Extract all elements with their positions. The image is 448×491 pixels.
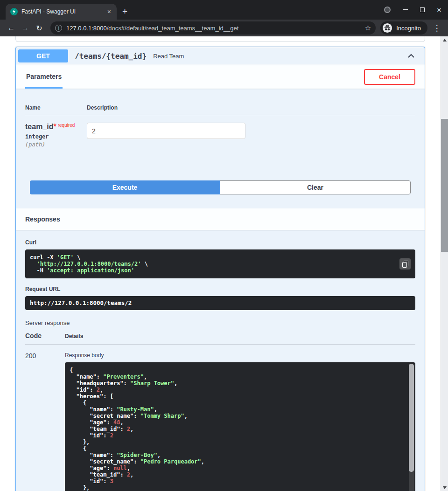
- url-bar[interactable]: i 127.0.0.1:8000/docs#/default/read_team…: [50, 21, 376, 35]
- url-path: /docs#/default/read_team_teams__team_id_…: [107, 25, 239, 32]
- description-column-header: Description: [87, 104, 415, 111]
- response-body-label: Response body: [65, 352, 415, 359]
- status-code: 200: [25, 352, 65, 491]
- response-body-scrollbar[interactable]: [409, 364, 414, 491]
- execute-button[interactable]: Execute: [30, 180, 220, 194]
- forward-button[interactable]: →: [19, 24, 32, 32]
- endpoint-summary: Read Team: [153, 53, 184, 60]
- scroll-up-button[interactable]: [441, 36, 448, 43]
- response-row: 200 Response body { "name": "Preventers"…: [25, 345, 415, 491]
- tab-parameters[interactable]: Parameters: [25, 65, 63, 89]
- curl-label: Curl: [25, 239, 415, 246]
- name-column-header: Name: [25, 104, 87, 111]
- server-response-label: Server response: [25, 319, 415, 326]
- required-label: required: [58, 123, 75, 128]
- parameters-body: Name Description team_id*required intege…: [16, 89, 425, 208]
- copy-to-clipboard-button[interactable]: [399, 258, 411, 270]
- parameters-section-header: Parameters Cancel: [16, 65, 425, 89]
- url-text: 127.0.0.1:8000/docs#/default/read_team_t…: [66, 25, 361, 32]
- team-id-input[interactable]: [87, 123, 245, 139]
- browser-toolbar: ← → ↻ i 127.0.0.1:8000/docs#/default/rea…: [0, 20, 448, 36]
- new-tab-button[interactable]: +: [122, 7, 127, 16]
- collapse-chevron-icon[interactable]: [406, 51, 416, 61]
- page-scrollbar[interactable]: [441, 36, 448, 491]
- site-info-icon[interactable]: i: [55, 25, 62, 32]
- parameters-table-header: Name Description: [25, 98, 415, 115]
- clear-button[interactable]: Clear: [220, 180, 411, 194]
- method-badge: GET: [18, 49, 68, 62]
- endpoint-path: /teams/{team_id}: [75, 52, 147, 61]
- incognito-icon: [382, 23, 392, 33]
- url-host: 127.0.0.1:8000: [66, 25, 107, 32]
- window-controls: ×: [384, 0, 441, 20]
- tab-close-icon[interactable]: ×: [106, 8, 112, 15]
- execute-row: Execute Clear: [30, 180, 411, 194]
- response-table-header: Code Details: [25, 326, 415, 345]
- page-scrollbar-thumb[interactable]: [441, 119, 448, 252]
- responses-body: Curl curl -X 'GET' \ 'http://127.0.0.1:8…: [16, 230, 425, 491]
- window-titlebar: FastAPI - Swagger UI × + ×: [0, 0, 448, 20]
- response-body-scrollbar-thumb[interactable]: [409, 364, 414, 472]
- opblock-get-teams: GET /teams/{team_id} Read Team Parameter…: [15, 47, 425, 491]
- opblock-summary[interactable]: GET /teams/{team_id} Read Team: [16, 47, 425, 65]
- previous-section-bottom-edge: [15, 36, 425, 42]
- code-column-header: Code: [25, 332, 65, 339]
- request-url-label: Request URL: [25, 286, 415, 292]
- parameter-meta: team_id*required integer (path): [25, 123, 87, 148]
- request-url-block: http://127.0.0.1:8000/teams/2: [25, 296, 415, 310]
- response-body-block: { "name": "Preventers", "headquarters": …: [65, 362, 415, 491]
- curl-command-block: curl -X 'GET' \ 'http://127.0.0.1:8000/t…: [25, 249, 415, 278]
- maximize-button[interactable]: [420, 7, 425, 12]
- parameter-location: (path): [25, 141, 87, 148]
- browser-status-circle-icon[interactable]: [384, 7, 391, 13]
- parameter-type: integer: [25, 133, 87, 140]
- tab-title: FastAPI - Swagger UI: [21, 8, 103, 15]
- parameter-row: team_id*required integer (path): [25, 115, 415, 148]
- parameter-value-cell: [87, 123, 415, 148]
- request-url-value: http://127.0.0.1:8000/teams/2: [30, 299, 132, 306]
- bookmark-star-icon[interactable]: ☆: [365, 24, 371, 32]
- minimize-button[interactable]: [403, 9, 408, 10]
- scroll-down-button[interactable]: [441, 484, 448, 491]
- incognito-label: Incognito: [396, 25, 421, 32]
- parameter-name: team_id*required: [25, 123, 87, 131]
- details-column-header: Details: [65, 333, 415, 339]
- browser-menu-button[interactable]: ⋮: [430, 23, 443, 33]
- required-asterisk: *: [53, 123, 56, 131]
- page-content: GET /teams/{team_id} Read Team Parameter…: [0, 36, 448, 491]
- responses-section-header: Responses: [16, 208, 425, 230]
- fastapi-favicon-icon: [10, 8, 18, 15]
- back-button[interactable]: ←: [5, 24, 18, 32]
- response-details-cell: Response body { "name": "Preventers", "h…: [65, 352, 415, 491]
- cancel-button[interactable]: Cancel: [364, 69, 415, 85]
- browser-tab[interactable]: FastAPI - Swagger UI ×: [6, 4, 117, 20]
- window-close-button[interactable]: ×: [437, 6, 441, 14]
- incognito-badge: Incognito: [380, 21, 427, 35]
- reload-button[interactable]: ↻: [33, 24, 46, 33]
- responses-title: Responses: [25, 215, 60, 223]
